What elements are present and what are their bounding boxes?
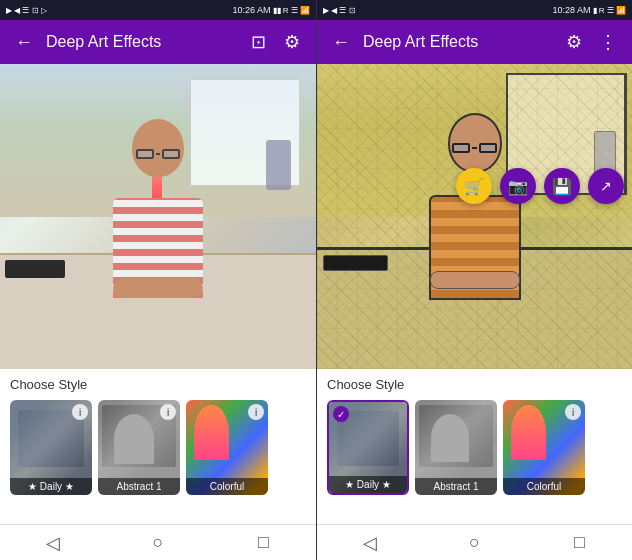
crop-icon[interactable]: ⊡ [246, 30, 270, 54]
daily-label-left: ★ Daily ★ [10, 478, 92, 495]
settings-icon-right[interactable]: ⚙ [562, 30, 586, 54]
settings-icon-left[interactable]: ⚙ [280, 30, 304, 54]
app-bar-left: ← Deep Art Effects ⊡ ⚙ [0, 20, 316, 64]
style-colorful-left[interactable]: i Colorful [186, 400, 268, 495]
nav-bar-left: ◁ ○ □ [0, 524, 316, 560]
recents-nav-left[interactable]: □ [243, 528, 283, 558]
image-area-right: 🛒 📷 💾 ↗ [317, 64, 632, 369]
style-daily-left[interactable]: i ★ Daily ★ [10, 400, 92, 495]
colorful-info-btn-right[interactable]: i [565, 404, 581, 420]
more-icon-right[interactable]: ⋮ [596, 30, 620, 54]
abstract-info-btn[interactable]: i [160, 404, 176, 420]
abstract-label-left: Abstract 1 [98, 478, 180, 495]
home-nav-right[interactable]: ○ [455, 528, 495, 558]
app-bar-right: ← Deep Art Effects ⚙ ⋮ [317, 20, 632, 64]
app-title-left: Deep Art Effects [46, 33, 236, 51]
status-icons-right: ▶ ◀ ☰ ⊡ [323, 6, 356, 15]
styles-row-left: i ★ Daily ★ i Abstract 1 i Colorful [10, 400, 306, 495]
style-abstract-right[interactable]: Abstract 1 [415, 400, 497, 495]
back-button-right[interactable]: ← [329, 30, 353, 54]
notification-icons: ▶ ◀ ☰ ⊡ ▷ [6, 6, 47, 15]
daily-info-btn[interactable]: i [72, 404, 88, 420]
nav-bar-right: ◁ ○ □ [317, 524, 632, 560]
right-panel: ▶ ◀ ☰ ⊡ 10:28 AM ▮ R ☰ 📶 ← Deep Art Effe… [316, 0, 632, 560]
style-abstract-left[interactable]: i Abstract 1 [98, 400, 180, 495]
style-colorful-right[interactable]: i Colorful [503, 400, 585, 495]
app-title-right: Deep Art Effects [363, 33, 552, 51]
home-nav-left[interactable]: ○ [138, 528, 178, 558]
image-area-left [0, 64, 316, 369]
bottom-section-right: Choose Style ✓ ★ Daily ★ Abstract 1 [317, 369, 632, 524]
abstract-label-right: Abstract 1 [415, 478, 497, 495]
share-fab-button[interactable]: ↗ [588, 168, 624, 204]
back-button-left[interactable]: ← [12, 30, 36, 54]
instagram-fab-button[interactable]: 📷 [500, 168, 536, 204]
styles-row-right: ✓ ★ Daily ★ Abstract 1 i Colorful [327, 400, 622, 495]
status-bar-left: ▶ ◀ ☰ ⊡ ▷ 10:26 AM ▮▮ R ☰ 📶 [0, 0, 316, 20]
daily-check-mark: ✓ [333, 406, 349, 422]
colorful-label-left: Colorful [186, 478, 268, 495]
art-photo [317, 64, 632, 369]
notification-icons-right: ▶ ◀ ☰ ⊡ [323, 6, 356, 15]
save-fab-button[interactable]: 💾 [544, 168, 580, 204]
status-time-right: 10:28 AM ▮ R ☰ 📶 [553, 5, 626, 15]
status-bar-right: ▶ ◀ ☰ ⊡ 10:28 AM ▮ R ☰ 📶 [317, 0, 632, 20]
bottom-section-left: Choose Style i ★ Daily ★ i Abstract 1 [0, 369, 316, 524]
left-panel: ▶ ◀ ☰ ⊡ ▷ 10:26 AM ▮▮ R ☰ 📶 ← Deep Art E… [0, 0, 316, 560]
battery-icon: ▮▮ R ☰ 📶 [273, 6, 310, 15]
daily-label-right: ★ Daily ★ [329, 476, 407, 493]
fab-container: 🛒 📷 💾 ↗ [456, 168, 624, 204]
battery-icon-right: ▮ R ☰ 📶 [593, 6, 626, 15]
status-time-left: 10:26 AM ▮▮ R ☰ 📶 [233, 5, 310, 15]
choose-style-label-right: Choose Style [327, 377, 622, 392]
choose-style-label-left: Choose Style [10, 377, 306, 392]
style-daily-right[interactable]: ✓ ★ Daily ★ [327, 400, 409, 495]
back-nav-right[interactable]: ◁ [350, 528, 390, 558]
colorful-info-btn[interactable]: i [248, 404, 264, 420]
original-photo [0, 64, 316, 369]
colorful-label-right: Colorful [503, 478, 585, 495]
back-nav-left[interactable]: ◁ [33, 528, 73, 558]
keyboard-left [5, 260, 65, 278]
recents-nav-right[interactable]: □ [560, 528, 600, 558]
cart-fab-button[interactable]: 🛒 [456, 168, 492, 204]
status-bar-left-icons: ▶ ◀ ☰ ⊡ ▷ [6, 6, 47, 15]
